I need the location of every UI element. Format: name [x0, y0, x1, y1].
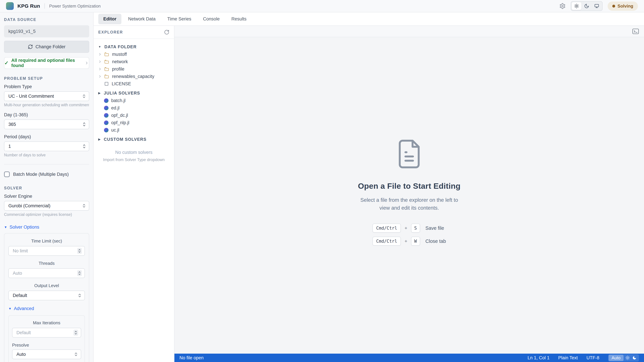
settings-gear-icon[interactable]	[559, 3, 566, 9]
period-label: Period (days)	[4, 134, 89, 139]
folder-icon	[104, 66, 109, 72]
tab-editor[interactable]: Editor	[98, 14, 122, 24]
editor-status-bar: No file open Ln 1, Col 1 Plain Text UTF-…	[174, 354, 644, 362]
advanced-toggle[interactable]: ▼ Advanced	[8, 306, 85, 311]
triangle-right-icon: ▶	[98, 92, 101, 94]
period-input[interactable]	[4, 142, 89, 151]
julia-file-icon	[104, 98, 108, 103]
keyboard-shortcuts: Cmd/Ctrl + S Save file Cmd/Ctrl + W Clos	[372, 224, 446, 246]
spinner-icon[interactable]	[77, 248, 82, 254]
solver-engine-label: Solver Engine	[4, 194, 89, 199]
status-encoding[interactable]: UTF-8	[586, 355, 600, 361]
theme-light-button[interactable]	[572, 2, 582, 10]
refresh-icon[interactable]	[164, 29, 170, 35]
day-input[interactable]	[4, 120, 89, 129]
solver-engine-select[interactable]: Gurobi (Commercial)	[4, 201, 89, 211]
output-level-select[interactable]: Default	[8, 291, 85, 300]
max-iterations-input[interactable]	[12, 328, 81, 337]
output-level-value: Default	[9, 291, 84, 300]
status-language-mode[interactable]: Plain Text	[558, 355, 578, 361]
solver-options-panel: Time Limit (sec) Threads	[4, 233, 89, 362]
custom-solvers-empty-title: No custom solvers	[97, 150, 171, 155]
chevron-right-icon	[98, 52, 102, 56]
shortcut-close-tab: Cmd/Ctrl + W Close tab	[372, 237, 446, 246]
app-subtitle: Power System Optimization	[49, 4, 100, 8]
spinner-icon[interactable]	[74, 330, 78, 336]
tree-item-ed-jl[interactable]: ed.jl	[97, 104, 171, 112]
theme-dark-button[interactable]	[582, 2, 592, 10]
julia-file-name: opf_dc.jl	[111, 113, 128, 118]
tab-console[interactable]: Console	[198, 14, 225, 24]
tab-results[interactable]: Results	[226, 14, 252, 24]
change-folder-button[interactable]: Change Folder	[4, 41, 89, 53]
tree-item-license[interactable]: LICENSE	[97, 80, 171, 87]
time-limit-input[interactable]	[9, 246, 84, 255]
theme-system-button[interactable]	[592, 2, 602, 10]
triangle-down-icon: ▼	[98, 45, 101, 48]
tree-item-renewables-capacity[interactable]: renewables_capacity	[97, 73, 171, 80]
terminal-icon[interactable]	[632, 28, 639, 34]
julia-file-name: ed.jl	[111, 105, 120, 111]
explorer-title: EXPLORER	[98, 30, 123, 34]
file-tree: ▼ DATA FOLDER mustoff network	[94, 39, 174, 166]
day-input-wrap	[4, 119, 89, 129]
spinner-icon[interactable]	[82, 122, 86, 127]
julia-file-name: opf_nlp.jl	[111, 120, 129, 125]
data-source-folder-field[interactable]: kpg193_v1_5	[4, 25, 89, 37]
folder-icon	[104, 74, 109, 79]
threads-input[interactable]	[9, 269, 84, 278]
problem-type-select[interactable]: UC - Unit Commitment	[4, 91, 89, 101]
julia-file-icon	[104, 128, 108, 132]
tree-section-custom-solvers[interactable]: ▶ CUSTOM SOLVERS	[97, 135, 171, 143]
shortcut-save-file: Cmd/Ctrl + S Save file	[372, 224, 446, 233]
tree-section-julia-solvers[interactable]: ▶ JULIA SOLVERS	[97, 89, 171, 97]
data-source-section-label: DATA SOURCE	[4, 17, 89, 22]
presolve-label: Presolve	[12, 343, 81, 348]
statusbar-theme-toggle: Auto	[608, 354, 639, 362]
day-label: Day (1-365)	[4, 112, 89, 117]
tree-item-uc-jl[interactable]: uc.jl	[97, 126, 171, 134]
spinner-icon[interactable]	[82, 144, 86, 149]
solver-engine-help: Commercial optimizer (requires license)	[4, 212, 89, 217]
sun-icon	[574, 3, 579, 8]
tree-item-opf-nlp-jl[interactable]: opf_nlp.jl	[97, 119, 171, 126]
folder-icon	[104, 59, 109, 64]
triangle-down-icon: ▼	[8, 307, 12, 310]
tree-item-opf-dc-jl[interactable]: opf_dc.jl	[97, 112, 171, 119]
sun-icon[interactable]	[625, 356, 630, 360]
threads-label: Threads	[8, 261, 85, 266]
statusbar-auto-button[interactable]: Auto	[608, 355, 624, 361]
app-window: KPG Run Power System Optimization	[0, 0, 644, 362]
kbd-cmd-ctrl: Cmd/Ctrl	[372, 237, 401, 246]
sync-icon	[28, 44, 33, 49]
folder-name: profile	[112, 66, 124, 72]
solver-engine-value: Gurobi (Commercial)	[4, 201, 89, 210]
tree-section-data-folder[interactable]: ▼ DATA FOLDER	[97, 43, 171, 51]
editor-panel: Open a File to Start Editing Select a fi…	[174, 26, 644, 362]
files-status-banner[interactable]: ✓ All required and optional files found	[4, 57, 89, 69]
spinner-icon[interactable]	[77, 270, 82, 276]
tree-item-mustoff[interactable]: mustoff	[97, 51, 171, 58]
julia-file-icon	[104, 120, 108, 125]
solving-status-badge: Solving	[608, 1, 638, 11]
output-level-label: Output Level	[8, 283, 85, 288]
header-divider	[44, 3, 45, 9]
tree-item-profile[interactable]: profile	[97, 65, 171, 73]
julia-file-name: batch.jl	[111, 98, 126, 103]
batch-mode-checkbox[interactable]	[4, 171, 10, 177]
julia-file-icon	[104, 106, 108, 110]
chevrons-up-down-icon	[82, 94, 86, 98]
editor-toolbar	[174, 26, 644, 37]
tab-network-data[interactable]: Network Data	[123, 14, 161, 24]
tree-item-network[interactable]: network	[97, 58, 171, 65]
moon-icon[interactable]	[632, 356, 636, 360]
solving-status-dot	[612, 5, 615, 7]
sidebar: DATA SOURCE kpg193_v1_5 Change Folder ✓ …	[0, 12, 94, 362]
check-icon: ✓	[4, 60, 8, 65]
max-iterations-label: Max Iterations	[12, 320, 81, 326]
batch-mode-label: Batch Mode (Multiple Days)	[13, 172, 69, 177]
tree-item-batch-jl[interactable]: batch.jl	[97, 97, 171, 104]
tab-time-series[interactable]: Time Series	[162, 14, 196, 24]
solver-options-toggle[interactable]: ▼ Solver Options	[4, 225, 89, 230]
presolve-select[interactable]: Auto	[12, 350, 81, 359]
